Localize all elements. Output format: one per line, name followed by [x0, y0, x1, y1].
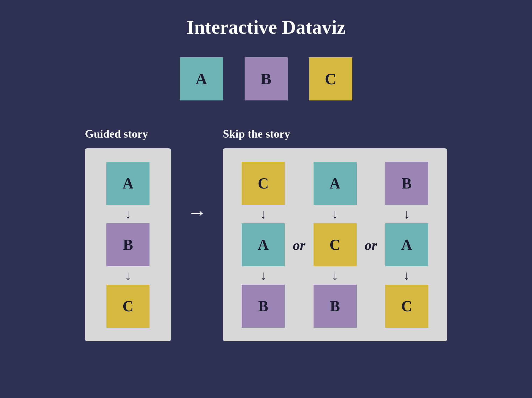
arrow-down-1: ↓ — [125, 208, 131, 221]
guided-story-section: Guided story A ↓ B ↓ C — [85, 127, 171, 341]
skip-story-section: Skip the story C ↓ A ↓ B or A ↓ C ↓ B or — [223, 127, 447, 341]
arrow-right-icon: → — [187, 203, 207, 222]
arrow-right-container: → — [187, 127, 207, 222]
guided-story-panel: A ↓ B ↓ C — [85, 148, 171, 341]
sequence-col-1: C ↓ A ↓ B — [239, 162, 287, 328]
skip-seq1-mid: A — [242, 223, 285, 266]
skip-seq3-mid: A — [385, 223, 428, 266]
skip-seq3-bot: C — [385, 285, 428, 328]
legend-box-c: C — [309, 57, 352, 100]
guided-box-c: C — [106, 285, 149, 328]
guided-box-b: B — [106, 223, 149, 266]
skip-seq2-bot: B — [314, 285, 357, 328]
skip-story-panel: C ↓ A ↓ B or A ↓ C ↓ B or B ↓ A — [223, 148, 447, 341]
or-text-1: or — [287, 162, 311, 253]
skip-seq2-mid: C — [314, 223, 357, 266]
seq1-arrow2: ↓ — [260, 269, 266, 282]
legend-box-a: A — [180, 57, 223, 100]
guided-story-label: Guided story — [85, 127, 148, 140]
or-text-2: or — [359, 162, 383, 253]
legend-box-b: B — [245, 57, 288, 100]
guided-box-a: A — [106, 162, 149, 205]
seq3-arrow2: ↓ — [404, 269, 410, 282]
seq2-arrow2: ↓ — [332, 269, 338, 282]
arrow-down-2: ↓ — [125, 269, 131, 282]
page-title: Interactive Dataviz — [187, 16, 346, 39]
legend-row: A B C — [180, 57, 352, 100]
sequence-col-3: B ↓ A ↓ C — [383, 162, 431, 328]
diagrams-row: Guided story A ↓ B ↓ C → Skip the story … — [22, 127, 510, 341]
sequence-col-2: A ↓ C ↓ B — [311, 162, 359, 328]
seq3-arrow1: ↓ — [404, 208, 410, 221]
seq2-arrow1: ↓ — [332, 208, 338, 221]
skip-seq1-top: C — [242, 162, 285, 205]
skip-story-label: Skip the story — [223, 127, 290, 140]
skip-seq2-top: A — [314, 162, 357, 205]
skip-seq3-top: B — [385, 162, 428, 205]
skip-seq1-bot: B — [242, 285, 285, 328]
seq1-arrow1: ↓ — [260, 208, 266, 221]
